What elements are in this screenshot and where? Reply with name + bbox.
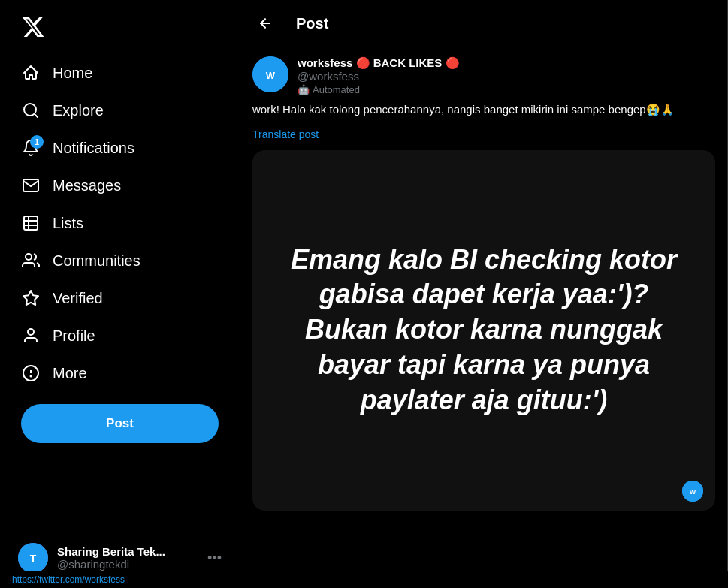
sidebar-item-lists-label: Lists: [53, 215, 83, 232]
tweet-text-content: work! Halo kak tolong pencerahannya, nan…: [252, 103, 675, 116]
more-icon: [21, 363, 41, 383]
notification-badge: 1: [30, 135, 44, 149]
tweet-card: W worksfess 🔴 BACK LIKES 🔴 @worksfess 🤖 …: [240, 47, 727, 520]
svg-text:W: W: [690, 487, 696, 495]
sidebar-item-home-label: Home: [53, 65, 92, 82]
post-header: Post: [240, 0, 727, 47]
tweet-text: work! Halo kak tolong pencerahannya, nan…: [252, 101, 715, 119]
home-icon: [21, 63, 41, 83]
status-bar: https://twitter.com/worksfess: [0, 571, 728, 588]
sidebar-item-profile-label: Profile: [53, 327, 95, 345]
svg-point-7: [28, 329, 34, 335]
sidebar-item-explore-label: Explore: [53, 102, 104, 119]
back-arrow-icon: [258, 16, 273, 31]
author-display-name: worksfess 🔴 BACK LIKES 🔴: [298, 56, 460, 70]
sidebar-item-home[interactable]: Home: [9, 54, 231, 92]
notifications-icon: 1: [21, 138, 41, 158]
messages-icon: [21, 176, 41, 195]
automated-label: Automated: [313, 84, 360, 95]
explore-icon: [21, 101, 41, 120]
account-more-dots[interactable]: •••: [207, 550, 222, 566]
post-page-title: Post: [296, 15, 328, 32]
sidebar-item-more[interactable]: More: [9, 354, 231, 392]
author-avatar[interactable]: W: [252, 56, 288, 92]
tweet-author-row: W worksfess 🔴 BACK LIKES 🔴 @worksfess 🤖 …: [252, 56, 715, 95]
svg-rect-2: [24, 216, 38, 230]
sidebar-item-more-label: More: [53, 365, 87, 382]
avatar: T: [18, 543, 48, 573]
watermark-avatar-icon: W: [682, 481, 703, 502]
author-handle: @worksfess: [298, 70, 715, 83]
robot-icon: 🤖: [298, 84, 310, 95]
lists-icon: [21, 213, 41, 233]
sidebar-item-messages[interactable]: Messages: [9, 167, 231, 204]
author-avatar-icon: W: [252, 56, 288, 92]
sidebar-item-messages-label: Messages: [53, 177, 121, 194]
sidebar-item-lists[interactable]: Lists: [9, 204, 231, 242]
user-display-name: Sharing Berita Tek...: [57, 545, 201, 558]
author-info: worksfess 🔴 BACK LIKES 🔴 @worksfess 🤖 Au…: [298, 56, 715, 95]
post-button[interactable]: Post: [21, 404, 219, 443]
profile-icon: [21, 326, 41, 345]
sidebar-item-notifications[interactable]: 1 Notifications: [9, 129, 231, 167]
tweet-image-inner: Emang kalo BI checking kotor gabisa dape…: [252, 150, 715, 511]
sidebar-item-verified[interactable]: Verified: [9, 279, 231, 317]
svg-text:T: T: [30, 553, 37, 565]
translate-link[interactable]: Translate post: [252, 128, 319, 140]
sidebar-item-profile[interactable]: Profile: [9, 317, 231, 354]
image-watermark: W: [682, 481, 703, 502]
sidebar-item-notifications-label: Notifications: [53, 140, 134, 157]
svg-text:W: W: [266, 70, 276, 81]
automated-badge: 🤖 Automated: [298, 84, 715, 95]
sidebar-item-communities-label: Communities: [53, 252, 140, 270]
user-info: Sharing Berita Tek... @sharingtekdi: [57, 545, 201, 571]
communities-icon: [21, 251, 41, 270]
sidebar-item-explore[interactable]: Explore: [9, 92, 231, 129]
svg-point-6: [26, 254, 32, 260]
svg-line-1: [35, 114, 38, 117]
author-name-row: worksfess 🔴 BACK LIKES 🔴: [298, 56, 715, 70]
back-button[interactable]: [252, 11, 278, 36]
tweet-image-text: Emang kalo BI checking kotor gabisa dape…: [276, 243, 691, 418]
main-content: Post W worksfess 🔴 BACK LIKES 🔴 @worksfe…: [240, 0, 728, 588]
status-url: https://twitter.com/worksfess: [12, 574, 125, 585]
user-avatar-icon: T: [18, 543, 48, 573]
verified-icon: [21, 288, 41, 308]
x-logo-icon: [21, 15, 45, 39]
tweet-image-container[interactable]: Emang kalo BI checking kotor gabisa dape…: [252, 150, 715, 511]
sidebar-item-verified-label: Verified: [53, 290, 103, 307]
x-logo[interactable]: [9, 6, 231, 51]
sidebar-item-communities[interactable]: Communities: [9, 242, 231, 279]
user-handle: @sharingtekdi: [57, 558, 201, 571]
sidebar: Home Explore 1 Notifications Messages: [0, 0, 240, 588]
